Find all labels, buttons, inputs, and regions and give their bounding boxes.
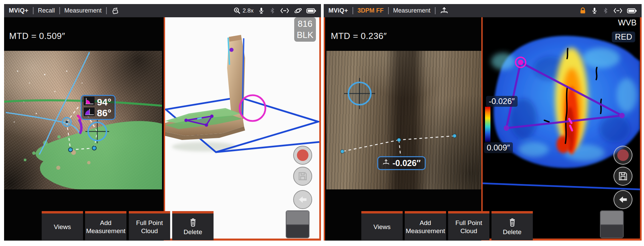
save-icon: [297, 171, 308, 182]
full-point-cloud-button[interactable]: Full Point Cloud: [448, 211, 489, 240]
cursor-secondary: [62, 118, 71, 126]
mode-3dpm-ff[interactable]: 3DPM FF: [358, 7, 384, 14]
scale-max-label: -0.026″: [486, 96, 518, 107]
zoom-indicator[interactable]: 2.8x: [233, 7, 254, 15]
gyroscope-icon: [294, 6, 302, 15]
live-image-pane: MTD = 0.236″: [324, 17, 481, 241]
lock-icon: [579, 7, 587, 15]
zoom-level: 2.8x: [243, 7, 254, 14]
depth-icon: [382, 158, 390, 168]
indicator-upper: [286, 211, 309, 225]
back-arrow-icon: [298, 194, 308, 205]
save-icon: [618, 171, 628, 182]
measure-point: [68, 148, 73, 152]
view-mode-badge: WVB: [618, 18, 637, 27]
indicator-lower: [286, 225, 309, 238]
cursor-primary: [344, 78, 375, 109]
full-point-cloud-button[interactable]: Full Point Cloud: [129, 211, 170, 240]
mtd-readout: MTD = 0.236″: [331, 31, 387, 41]
bluetooth-icon: [602, 7, 609, 15]
trash-icon: [189, 218, 197, 227]
microphone-icon: [591, 7, 598, 15]
titlebar-divider: [106, 7, 107, 14]
save-button[interactable]: [293, 167, 312, 186]
angle-value: 86°: [97, 108, 111, 118]
add-measurement-button[interactable]: Add Measurement: [405, 211, 446, 240]
measure-point: [341, 150, 344, 153]
badge-code: BLK: [294, 29, 316, 41]
reference-plane-edge: [483, 183, 640, 189]
titlebar-divider: [388, 7, 389, 14]
depth-map-pane[interactable]: WVB RED -0.026″ 0.009″: [481, 17, 642, 241]
zoom-scroll-indicator[interactable]: [600, 210, 624, 238]
data-connection-icon: [280, 7, 290, 14]
depth-measurement-label[interactable]: -0.026″: [377, 156, 426, 170]
point-cloud-pane[interactable]: 816 BLK: [164, 17, 321, 241]
menu-measurement[interactable]: Measurement: [393, 7, 430, 14]
record-icon: [297, 149, 308, 161]
delete-button[interactable]: Delete: [491, 211, 533, 240]
angle-measurement-label[interactable]: 94° 86°: [81, 95, 116, 120]
pan-mode-icon[interactable]: [440, 6, 448, 15]
left-titlebar: MViQ+ Recall Measurement 2.8x: [4, 4, 321, 17]
badge-number: 816: [294, 18, 316, 29]
right-device-window: MViQ+ 3DPM FF Measurement: [324, 4, 642, 241]
views-button[interactable]: Views: [361, 211, 403, 240]
status-icons: 2.8x: [233, 6, 316, 15]
microphone-icon: [258, 7, 265, 15]
trash-icon: [508, 218, 517, 227]
record-icon: [617, 149, 629, 161]
depth-value: -0.026″: [393, 158, 421, 168]
titlebar-divider: [353, 7, 353, 14]
left-device-window: MViQ+ Recall Measurement 2.8x: [4, 4, 321, 241]
depth-color-scale: [485, 107, 490, 142]
bluetooth-icon: [269, 7, 276, 15]
angle-value: 94°: [97, 97, 111, 107]
mtd-readout: MTD = 0.509″: [9, 31, 65, 41]
point-cloud-status-badge: 816 BLK: [294, 17, 316, 42]
back-button[interactable]: [613, 190, 632, 209]
back-button[interactable]: [293, 190, 312, 209]
titlebar-divider: [33, 7, 34, 14]
zoom-scroll-indicator[interactable]: [286, 210, 309, 238]
battery-icon: [627, 8, 637, 14]
data-connection-icon: [613, 7, 623, 14]
measure-point: [92, 146, 96, 150]
app-brand[interactable]: MViQ+: [328, 7, 348, 14]
scale-min-label: 0.009″: [484, 142, 513, 153]
right-titlebar: MViQ+ 3DPM FF Measurement: [324, 4, 642, 17]
inspection-image[interactable]: -0.026″: [326, 51, 483, 189]
angle-icon: [84, 97, 95, 107]
battery-icon: [306, 8, 316, 14]
record-button[interactable]: [293, 146, 312, 165]
titlebar-divider: [59, 7, 60, 14]
titlebar-divider: [435, 7, 436, 14]
angle-icon: [84, 107, 95, 118]
indicator-upper: [601, 211, 623, 225]
app-brand[interactable]: MViQ+: [9, 7, 28, 14]
delete-button[interactable]: Delete: [172, 211, 214, 240]
measure-point: [397, 138, 401, 142]
screen: MViQ+ Recall Measurement 2.8x: [0, 0, 644, 246]
menu-recall[interactable]: Recall: [38, 7, 55, 14]
recalled-image-icon[interactable]: [111, 7, 120, 15]
measure-point: [453, 134, 457, 138]
indicator-lower: [601, 225, 623, 238]
views-button[interactable]: Views: [42, 211, 83, 240]
live-image-pane: MTD = 0.509″: [4, 17, 164, 241]
back-arrow-icon: [618, 194, 628, 205]
color-mode-badge: RED: [612, 32, 635, 42]
status-icons: [579, 7, 637, 15]
add-measurement-button[interactable]: Add Measurement: [85, 211, 126, 240]
inspection-image[interactable]: 94° 86°: [4, 51, 162, 189]
save-button[interactable]: [613, 167, 632, 186]
record-button[interactable]: [613, 146, 632, 165]
menu-measurement[interactable]: Measurement: [64, 7, 102, 14]
